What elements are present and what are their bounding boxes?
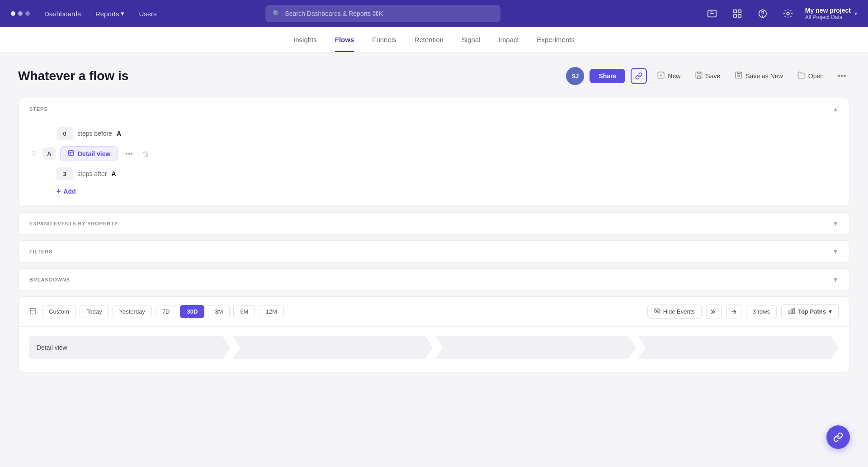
grid-icon-btn[interactable]: [729, 5, 745, 22]
custom-date-button[interactable]: Custom: [42, 305, 76, 318]
open-label: Open: [808, 72, 824, 80]
steps-before-row: 0 steps before A: [29, 124, 839, 143]
steps-before-text: steps before: [77, 130, 112, 137]
hide-events-button[interactable]: Hide Events: [647, 305, 702, 319]
nav-dashboards[interactable]: Dashboards: [44, 10, 81, 18]
step-delete-icon[interactable]: 🗑: [140, 150, 152, 158]
svg-rect-9: [696, 72, 703, 78]
steps-panel-header[interactable]: STEPS ▲: [19, 98, 849, 120]
steps-after-text: steps after: [77, 170, 107, 177]
search-icon: 🔍: [273, 10, 280, 17]
save-icon: [695, 71, 703, 81]
open-icon: [797, 71, 806, 81]
7d-button[interactable]: 7D: [156, 305, 177, 318]
svg-rect-17: [791, 309, 793, 314]
save-as-new-icon: [735, 71, 743, 81]
save-button[interactable]: Save: [690, 68, 725, 84]
detail-view-label: Detail view: [78, 150, 110, 157]
date-filter-bar: Custom Today Yesterday 7D 30D 3M 6M 12M …: [19, 297, 849, 327]
plus-icon: +: [57, 187, 61, 195]
detail-view-button[interactable]: Detail view: [60, 146, 118, 161]
nav-reports-label: Reports: [95, 10, 119, 18]
steps-content: 0 steps before A ⠿ A Detail view: [19, 120, 849, 206]
arrow-left-button[interactable]: [706, 305, 722, 319]
settings-icon-btn[interactable]: [780, 5, 796, 22]
svg-rect-4: [738, 14, 741, 17]
ticket-icon-btn[interactable]: [704, 5, 720, 22]
help-icon-btn[interactable]: [755, 5, 771, 22]
add-step-label: Add: [63, 188, 75, 195]
3m-button[interactable]: 3M: [208, 305, 230, 318]
flow-node-3[interactable]: [435, 336, 636, 359]
tab-impact[interactable]: Impact: [499, 27, 519, 52]
breakdowns-label: BREAKDOWNS: [29, 277, 70, 282]
project-name: My new project: [805, 7, 851, 14]
share-label: Share: [599, 72, 616, 80]
svg-point-6: [762, 16, 763, 16]
save-as-new-label: Save as New: [745, 72, 783, 80]
expand-events-label: EXPAND EVENTS BY PROPERTY: [29, 221, 118, 226]
tab-flows[interactable]: Flows: [335, 27, 354, 52]
project-info[interactable]: My new project All Project Data ▾: [805, 7, 857, 20]
30d-button[interactable]: 30D: [180, 305, 204, 318]
more-button[interactable]: •••: [834, 68, 850, 84]
flow-nodes: Detail view: [29, 336, 839, 359]
save-label: Save: [706, 72, 720, 80]
flow-node-2[interactable]: [232, 336, 434, 359]
filters-panel-header[interactable]: FILTERS ▼: [19, 241, 849, 262]
filters-panel: FILTERS ▼: [18, 240, 850, 263]
top-paths-label: Top Paths: [798, 308, 826, 315]
tab-insights[interactable]: Insights: [293, 27, 317, 52]
steps-before-count: 0: [57, 127, 73, 140]
link-icon-button[interactable]: [631, 68, 647, 84]
nav-dot-1: [11, 11, 15, 16]
nav-users[interactable]: Users: [139, 10, 156, 18]
nav-dots: [11, 11, 30, 16]
share-button[interactable]: Share: [590, 69, 625, 83]
open-button[interactable]: Open: [793, 68, 828, 84]
new-button[interactable]: New: [652, 68, 685, 84]
tab-retention[interactable]: Retention: [415, 27, 443, 52]
tab-experiments[interactable]: Experiments: [537, 27, 575, 52]
nav-dot-3: [25, 11, 30, 16]
expand-events-header[interactable]: EXPAND EVENTS BY PROPERTY ▼: [19, 213, 849, 234]
hide-events-icon: [654, 308, 660, 315]
svg-rect-16: [789, 311, 790, 314]
fab-button[interactable]: [826, 425, 850, 449]
step-label-a: A: [43, 148, 56, 160]
search-placeholder: Search Dashboards & Reports ⌘K: [285, 10, 383, 17]
top-paths-button[interactable]: Top Paths ▾: [781, 304, 839, 319]
breakdowns-panel-header[interactable]: BREAKDOWNS ▼: [19, 269, 849, 291]
page-title: Whatever a flow is: [18, 69, 566, 83]
rows-selector[interactable]: 3 rows: [746, 305, 777, 318]
12m-button[interactable]: 12M: [259, 305, 283, 318]
avatar: SJ: [566, 67, 584, 85]
drag-handle-icon[interactable]: ⠿: [29, 150, 38, 157]
yesterday-button[interactable]: Yesterday: [113, 305, 152, 318]
save-as-new-button[interactable]: Save as New: [730, 68, 787, 84]
search-bar[interactable]: 🔍 Search Dashboards & Reports ⌘K: [265, 5, 500, 22]
nav-reports[interactable]: Reports ▾: [95, 10, 125, 18]
today-button[interactable]: Today: [80, 305, 109, 318]
filters-label: FILTERS: [29, 249, 52, 254]
step-a-row: ⠿ A Detail view ••• 🗑: [29, 143, 839, 164]
tab-signal[interactable]: Signal: [462, 27, 481, 52]
rows-label: 3 rows: [753, 308, 770, 315]
tab-funnels[interactable]: Funnels: [372, 27, 396, 52]
breakdowns-chevron-icon: ▼: [832, 276, 839, 283]
arrow-right-button[interactable]: [726, 305, 741, 319]
steps-panel: STEPS ▲ 0 steps before A ⠿ A: [18, 98, 850, 207]
expand-chevron-icon: ▼: [832, 220, 839, 227]
top-paths-chevron-icon: ▾: [829, 308, 832, 315]
6m-button[interactable]: 6M: [233, 305, 255, 318]
report-actions: SJ Share New: [566, 67, 850, 85]
add-step-button[interactable]: + Add: [29, 184, 839, 197]
main-content: Whatever a flow is SJ Share New: [0, 52, 868, 392]
step-more-icon[interactable]: •••: [123, 150, 135, 158]
svg-rect-1: [734, 10, 736, 13]
svg-point-7: [787, 12, 789, 15]
flow-node-1[interactable]: Detail view: [29, 336, 231, 359]
flow-chart-area: Detail view: [19, 327, 849, 372]
sub-nav: Insights Flows Funnels Retention Signal …: [0, 27, 868, 52]
flow-node-4[interactable]: [638, 336, 839, 359]
